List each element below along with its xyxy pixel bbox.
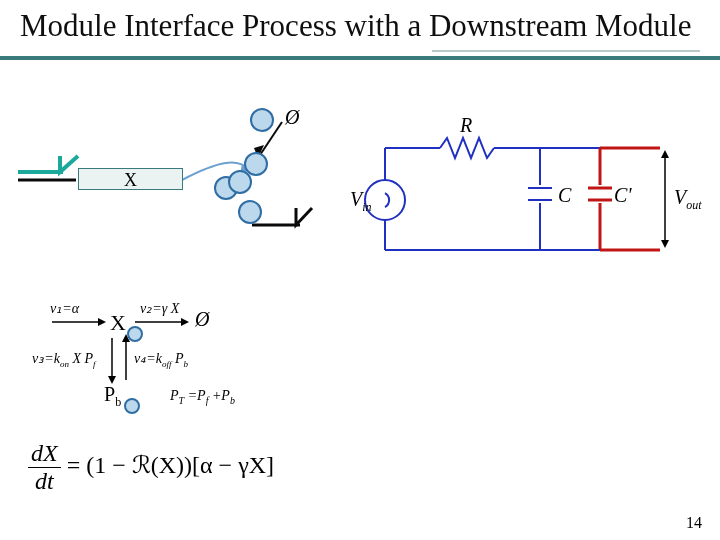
diagram-canvas: X Ø R Vin C C' Vout v₁=α v₂=γ X X Ø v₃=k… <box>0 100 720 520</box>
svg-marker-24 <box>661 240 669 248</box>
ode-equation: dX dt = (1 − ℛ(X))[α − γX] <box>28 440 274 495</box>
ode-frac-top: dX <box>28 440 61 468</box>
v3-prefix: v₃=k <box>32 351 60 366</box>
x-species: X <box>110 310 126 336</box>
node-center <box>228 170 252 194</box>
x-species-dot <box>127 326 143 342</box>
pt-b-sub: b <box>230 395 235 406</box>
node-top <box>250 108 274 132</box>
vout-sub: out <box>686 198 701 212</box>
phi-label: Ø <box>285 106 299 129</box>
pt-eq-mid: =P <box>184 388 206 403</box>
v4-label: v₄=koff Pb <box>134 350 188 369</box>
r-label: R <box>460 114 472 137</box>
pb-species: Pb <box>104 383 121 410</box>
vout-label: Vout <box>674 186 702 213</box>
svg-marker-23 <box>661 150 669 158</box>
v4-tail: P <box>171 351 183 366</box>
vin-label: Vin <box>350 188 372 215</box>
phi2-label: Ø <box>195 308 209 331</box>
vin-v: V <box>350 188 362 210</box>
v4-b: b <box>183 359 188 369</box>
pb-sub: b <box>115 395 121 409</box>
v3-tail: X P <box>69 351 93 366</box>
svg-marker-26 <box>98 318 106 326</box>
c-label: C <box>558 184 571 207</box>
vin-sub: in <box>362 200 371 214</box>
pt-plus: +P <box>208 388 230 403</box>
x-box: X <box>78 168 183 190</box>
pb-species-dot <box>124 398 140 414</box>
v1-label: v₁=α <box>50 300 79 317</box>
svg-marker-28 <box>181 318 189 326</box>
pt-eq: PT =Pf +Pb <box>170 388 235 406</box>
vout-v: V <box>674 186 686 208</box>
v2-label: v₂=γ X <box>140 300 179 317</box>
page-number: 14 <box>686 514 702 532</box>
pb-p: P <box>104 383 115 405</box>
ode-frac: dX dt <box>28 440 61 495</box>
ode-frac-bot: dt <box>28 468 61 495</box>
x-box-label: X <box>124 170 137 190</box>
slide-header: Module Interface Process with a Downstre… <box>0 0 720 60</box>
v3-on: on <box>60 359 69 369</box>
pt-p: P <box>170 388 179 403</box>
ode-body: = (1 − ℛ(X))[α − γX] <box>67 452 274 478</box>
v3-label: v₃=kon X Pf <box>32 350 96 369</box>
v3-f: f <box>93 359 96 369</box>
v4-prefix: v₄=k <box>134 351 162 366</box>
v4-off: off <box>162 359 172 369</box>
slide-title: Module Interface Process with a Downstre… <box>20 8 700 44</box>
node-right <box>238 200 262 224</box>
cprime-label: C' <box>614 184 632 207</box>
